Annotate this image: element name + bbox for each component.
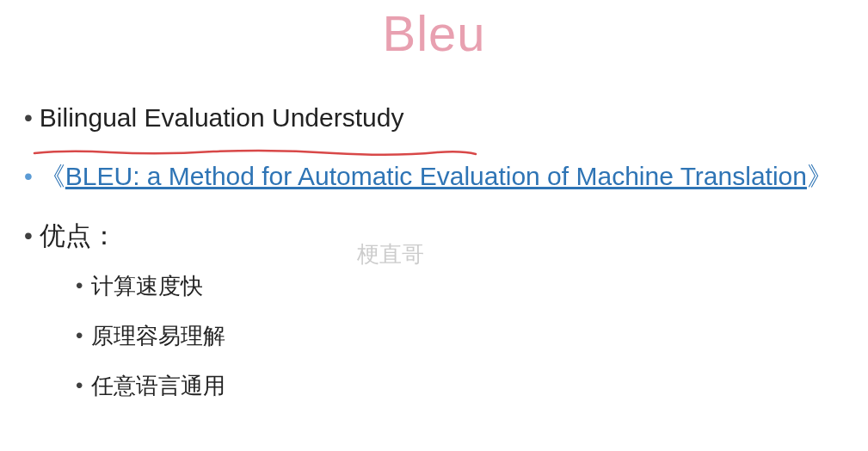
watermark: 梗直哥 xyxy=(357,239,424,269)
bullet-dot-icon: • xyxy=(76,320,83,351)
content-area: • Bilingual Evaluation Understudy • 《BLE… xyxy=(0,62,868,401)
bullet-dot-icon: • xyxy=(76,270,83,301)
bullet-dot-icon: • xyxy=(24,219,33,253)
bullet-paper-link: • 《BLEU: a Method for Automatic Evaluati… xyxy=(24,159,868,195)
bullet-dot-icon: • xyxy=(76,370,83,401)
bracket-right: 》 xyxy=(807,162,833,190)
bracket-left: 《 xyxy=(40,162,65,190)
advantage-text: 原理容易理解 xyxy=(91,320,225,351)
list-item: • 任意语言通用 xyxy=(76,370,868,401)
bullet-advantages: • 优点： xyxy=(24,219,868,253)
bullet-dot-icon: • xyxy=(24,101,33,135)
advantages-label: 优点： xyxy=(40,219,117,253)
list-item: • 原理容易理解 xyxy=(76,320,868,351)
bullet-definition: • Bilingual Evaluation Understudy xyxy=(24,101,868,135)
advantage-text: 任意语言通用 xyxy=(91,370,225,401)
paper-link[interactable]: BLEU: a Method for Automatic Evaluation … xyxy=(65,162,807,190)
advantages-list: • 计算速度快 • 原理容易理解 • 任意语言通用 xyxy=(24,270,868,401)
slide-title: Bleu xyxy=(0,0,868,62)
bullet-dot-icon: • xyxy=(24,159,33,194)
definition-text: Bilingual Evaluation Understudy xyxy=(40,101,404,135)
advantage-text: 计算速度快 xyxy=(91,270,203,301)
paper-reference: 《BLEU: a Method for Automatic Evaluation… xyxy=(40,159,833,195)
list-item: • 计算速度快 xyxy=(76,270,868,301)
